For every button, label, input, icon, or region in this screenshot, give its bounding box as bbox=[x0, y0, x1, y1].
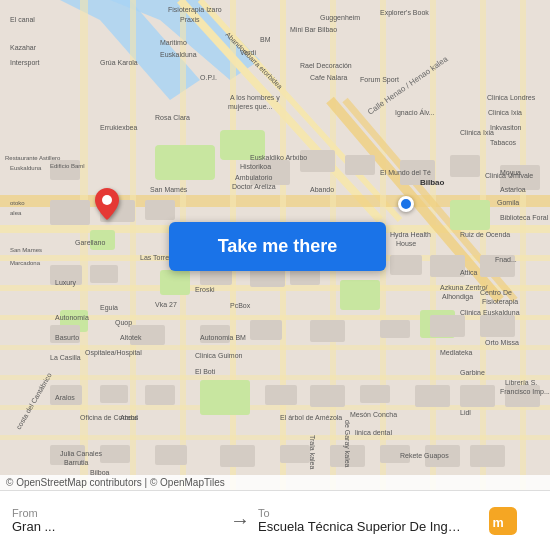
from-name: Gran ... bbox=[12, 519, 222, 534]
svg-text:Clinica Ixia: Clinica Ixia bbox=[460, 129, 494, 136]
route-to: To Escuela Técnica Superior De Ingeniero… bbox=[258, 507, 468, 534]
svg-text:O.P.I.: O.P.I. bbox=[200, 74, 217, 81]
svg-text:alea: alea bbox=[10, 210, 22, 216]
svg-text:Francisco Imp...: Francisco Imp... bbox=[500, 388, 550, 396]
svg-text:Euskalduna: Euskalduna bbox=[10, 165, 42, 171]
svg-rect-33 bbox=[200, 380, 250, 415]
svg-rect-34 bbox=[450, 200, 490, 230]
map-container: Calle Henao / Henao kalea San Mamés Aban… bbox=[0, 0, 550, 490]
map-attribution: © OpenStreetMap contributors | © OpenMap… bbox=[0, 475, 550, 490]
svg-text:Bilbao: Bilbao bbox=[420, 178, 445, 187]
svg-text:Eguia: Eguia bbox=[100, 304, 118, 312]
svg-text:Clinica Euskalduna: Clinica Euskalduna bbox=[460, 309, 520, 316]
svg-rect-67 bbox=[415, 385, 450, 407]
svg-text:PcBox: PcBox bbox=[230, 302, 251, 309]
moovit-logo: m bbox=[468, 501, 538, 541]
svg-text:Explorer's Book: Explorer's Book bbox=[380, 9, 429, 17]
svg-rect-74 bbox=[280, 445, 310, 463]
svg-text:Ruiz de Ocenda: Ruiz de Ocenda bbox=[460, 231, 510, 238]
to-label: To bbox=[258, 507, 468, 519]
svg-text:Fisioterapia Izaro: Fisioterapia Izaro bbox=[168, 6, 222, 14]
svg-text:Errukiexbea: Errukiexbea bbox=[100, 124, 137, 131]
destination-pin bbox=[95, 188, 119, 224]
bottom-navigation-bar: From Gran ... → To Escuela Técnica Super… bbox=[0, 490, 550, 550]
svg-text:Ignacio Álv...: Ignacio Álv... bbox=[395, 108, 435, 117]
svg-text:Hydra Health: Hydra Health bbox=[390, 231, 431, 239]
svg-rect-23 bbox=[520, 0, 526, 490]
svg-text:Edificio Baml: Edificio Baml bbox=[50, 163, 85, 169]
svg-rect-66 bbox=[360, 385, 390, 403]
svg-rect-65 bbox=[310, 385, 345, 407]
svg-rect-46 bbox=[90, 265, 118, 283]
svg-text:Altotek: Altotek bbox=[120, 334, 142, 341]
svg-text:Clinica Guimon: Clinica Guimon bbox=[195, 352, 243, 359]
svg-rect-62 bbox=[100, 385, 128, 403]
svg-text:Guggenheim: Guggenheim bbox=[320, 14, 360, 22]
svg-text:Oficina de Correos: Oficina de Correos bbox=[80, 414, 139, 421]
svg-text:Garellano: Garellano bbox=[75, 239, 105, 246]
svg-text:Kazahar: Kazahar bbox=[10, 44, 37, 51]
svg-text:Trala kalea: Trala kalea bbox=[309, 435, 316, 469]
svg-text:Fnad...: Fnad... bbox=[495, 256, 517, 263]
svg-rect-38 bbox=[145, 200, 175, 220]
svg-text:Ospitalea/Hospital: Ospitalea/Hospital bbox=[85, 349, 142, 357]
svg-rect-64 bbox=[265, 385, 297, 405]
svg-text:Grúa Karola: Grúa Karola bbox=[100, 59, 138, 66]
svg-text:San Mames: San Mames bbox=[10, 247, 42, 253]
svg-text:Clinica Ixia: Clinica Ixia bbox=[488, 109, 522, 116]
svg-text:BM: BM bbox=[260, 36, 271, 43]
svg-text:Basurto: Basurto bbox=[55, 334, 79, 341]
svg-text:Alhondiga: Alhondiga bbox=[442, 293, 473, 301]
svg-text:Luxury: Luxury bbox=[55, 279, 77, 287]
take-me-there-button[interactable]: Take me there bbox=[169, 222, 386, 271]
svg-rect-78 bbox=[470, 445, 505, 467]
svg-text:Forum Sport: Forum Sport bbox=[360, 76, 399, 84]
svg-rect-26 bbox=[155, 145, 215, 180]
svg-text:Gomila: Gomila bbox=[497, 199, 519, 206]
svg-rect-36 bbox=[50, 200, 90, 225]
svg-text:El Mundo del Té: El Mundo del Té bbox=[380, 169, 431, 176]
current-location-dot bbox=[398, 196, 414, 212]
svg-text:Restaurante Astillero: Restaurante Astillero bbox=[5, 155, 61, 161]
svg-text:Mesón Concha: Mesón Concha bbox=[350, 411, 397, 418]
svg-text:Librería S.: Librería S. bbox=[505, 379, 537, 386]
svg-text:Lidl: Lidl bbox=[460, 409, 471, 416]
svg-text:Moyua: Moyua bbox=[500, 169, 521, 177]
svg-text:Vka 27: Vka 27 bbox=[155, 301, 177, 308]
route-from: From Gran ... bbox=[12, 507, 222, 534]
svg-text:Abando: Abando bbox=[310, 186, 334, 193]
to-name: Escuela Técnica Superior De Ingenieros I… bbox=[258, 519, 468, 534]
svg-text:Tabacos: Tabacos bbox=[490, 139, 517, 146]
svg-text:Orto Missa: Orto Missa bbox=[485, 339, 519, 346]
svg-text:Euskalduna: Euskalduna bbox=[160, 51, 197, 58]
svg-text:A los hombres y: A los hombres y bbox=[230, 94, 280, 102]
svg-rect-60 bbox=[480, 315, 515, 337]
svg-rect-59 bbox=[430, 315, 465, 337]
svg-rect-72 bbox=[155, 445, 187, 465]
svg-text:El árbol de Amézola: El árbol de Amézola bbox=[280, 414, 342, 421]
from-label: From bbox=[12, 507, 222, 519]
svg-text:Autonomía: Autonomía bbox=[55, 314, 89, 321]
svg-text:Eroski: Eroski bbox=[195, 286, 215, 293]
svg-text:Astarloa: Astarloa bbox=[500, 186, 526, 193]
svg-text:mujeres que...: mujeres que... bbox=[228, 103, 272, 111]
svg-text:Mini Bar Bilbao: Mini Bar Bilbao bbox=[290, 26, 337, 33]
svg-text:Intersport: Intersport bbox=[10, 59, 40, 67]
svg-rect-41 bbox=[345, 155, 375, 175]
svg-rect-22 bbox=[480, 0, 486, 490]
route-arrow-icon: → bbox=[222, 509, 258, 532]
svg-text:de Garay kalea: de Garay kalea bbox=[343, 420, 351, 468]
svg-text:Praxis: Praxis bbox=[180, 16, 200, 23]
svg-text:m: m bbox=[493, 515, 504, 529]
svg-rect-57 bbox=[310, 320, 345, 342]
svg-rect-58 bbox=[380, 320, 410, 338]
svg-text:Rael Decoración: Rael Decoración bbox=[300, 62, 352, 69]
svg-text:Quop: Quop bbox=[115, 319, 132, 327]
svg-rect-30 bbox=[340, 280, 380, 310]
svg-text:Euskaldiko Artxibo: Euskaldiko Artxibo bbox=[250, 154, 307, 161]
svg-rect-43 bbox=[450, 155, 480, 177]
svg-point-174 bbox=[102, 195, 112, 205]
svg-text:Fisioterapia: Fisioterapia bbox=[482, 298, 518, 306]
svg-text:Doctor Areliza: Doctor Areliza bbox=[232, 183, 276, 190]
svg-rect-73 bbox=[220, 445, 255, 467]
